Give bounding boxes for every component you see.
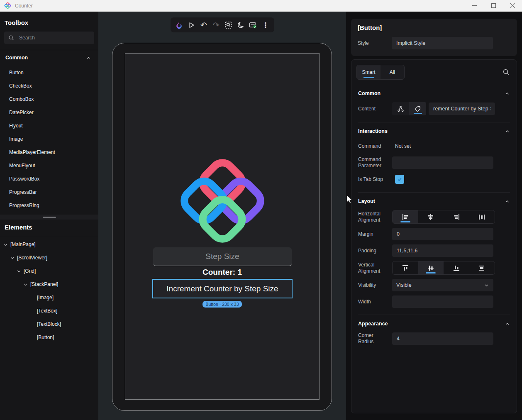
more-options-icon[interactable]: ⋮ (261, 20, 271, 30)
section-appearance-header[interactable]: Appearance (358, 319, 510, 328)
stretch-vertical-icon[interactable] (469, 261, 495, 274)
toolbox-item-datepicker[interactable]: DatePicker (0, 106, 98, 119)
horizontal-alignment-toggle (392, 210, 495, 224)
align-top-icon[interactable] (393, 261, 418, 274)
align-right-icon[interactable] (444, 210, 469, 223)
theme-moon-icon[interactable] (236, 20, 246, 30)
command-label: Command (358, 143, 392, 149)
command-value[interactable]: Not set (392, 143, 510, 149)
section-layout-header[interactable]: Layout (358, 197, 510, 206)
tree-item-button[interactable]: [Button] (0, 331, 98, 344)
design-canvas: ↶ ↷ ⋮ (98, 12, 346, 420)
align-center-horizontal-icon[interactable] (418, 210, 444, 223)
style-label: Style (358, 40, 392, 46)
padding-label: Padding (358, 248, 392, 254)
is-tab-stop-label: Is Tab Stop (358, 176, 392, 183)
chevron-up-icon (505, 129, 510, 134)
inspector-tabs: Smart All (351, 60, 517, 80)
validation-ok-icon[interactable] (248, 20, 258, 30)
padding-input[interactable] (392, 244, 493, 257)
toolbox-section-common[interactable]: Common (0, 50, 98, 65)
toolbox-item-flyout[interactable]: Flyout (0, 119, 98, 132)
toolbox-list: Button CheckBox ComboBox DatePicker Flyo… (0, 65, 98, 212)
property-inspector: [Button] Style Smart All Common (346, 12, 522, 420)
tag-icon[interactable] (409, 102, 426, 115)
increment-button[interactable]: Increment Counter by Step Size (152, 279, 293, 298)
splitter-handle (43, 217, 56, 218)
tab-all[interactable]: All (381, 65, 404, 79)
toolbox-search[interactable] (4, 32, 94, 44)
align-center-vertical-icon[interactable] (418, 261, 444, 274)
toolbox-item-button[interactable]: Button (0, 66, 98, 79)
chevron-up-icon (86, 55, 91, 61)
tree-item-grid[interactable]: [Grid] (0, 264, 98, 278)
selection-size-badge: Button - 230 x 33 (202, 301, 242, 308)
toolbox-item-image[interactable]: Image (0, 132, 98, 146)
redo-icon[interactable]: ↷ (211, 20, 221, 30)
search-icon (8, 35, 14, 41)
toolbox-search-input[interactable] (19, 35, 90, 41)
elements-tree: [MainPage] [ScrollViewer] [Grid] [StackP… (0, 236, 98, 344)
mouse-cursor (345, 194, 355, 204)
device-frame: Step Size Counter: 1 Increment Counter b… (112, 43, 332, 411)
maximize-button[interactable] (484, 0, 503, 11)
undo-icon[interactable]: ↶ (199, 20, 209, 30)
toolbox-title: Toolbox (0, 12, 98, 26)
toolbox-item-passwordbox[interactable]: PasswordBox (0, 172, 98, 186)
toolbox-item-menuflyout[interactable]: MenuFlyout (0, 159, 98, 172)
visibility-select[interactable]: Visible (392, 279, 493, 291)
tree-item-textbox[interactable]: [TextBox] (0, 304, 98, 317)
align-bottom-icon[interactable] (444, 261, 469, 274)
tree-item-textblock[interactable]: [TextBlock] (0, 317, 98, 331)
is-tab-stop-checkbox[interactable] (395, 175, 404, 184)
window-title: Counter (15, 3, 33, 9)
tree-item-stackpanel[interactable]: [StackPanel] (0, 278, 98, 291)
app-logo-image[interactable] (176, 155, 268, 247)
check-icon (397, 176, 402, 182)
app-logo-icon (4, 2, 11, 9)
section-common: Common Content (358, 85, 510, 117)
content-mode-toggle (392, 102, 426, 115)
section-common-header[interactable]: Common (358, 89, 510, 98)
width-input[interactable] (392, 295, 493, 308)
chevron-down-icon (16, 269, 22, 274)
margin-input[interactable] (392, 228, 493, 240)
command-parameter-input[interactable] (392, 156, 493, 169)
toolbox-item-checkbox[interactable]: CheckBox (0, 79, 98, 93)
section-appearance: Appearance Corner Radius (358, 315, 510, 347)
step-size-textbox[interactable]: Step Size (153, 247, 292, 266)
counter-textblock[interactable]: Counter: 1 (125, 268, 319, 277)
corner-radius-input[interactable] (392, 332, 493, 345)
command-parameter-label: Command Parameter (358, 156, 392, 169)
chevron-up-icon (505, 199, 510, 204)
tree-item-scrollviewer[interactable]: [ScrollViewer] (0, 251, 98, 264)
properties-search-icon[interactable] (502, 68, 510, 76)
elements-title: Elements (0, 220, 98, 231)
hot-design-flame-icon[interactable] (174, 20, 184, 30)
close-button[interactable] (503, 0, 522, 11)
tree-item-image[interactable]: [Image] (0, 291, 98, 304)
content-input[interactable] (429, 103, 495, 115)
chevron-down-icon (3, 242, 8, 247)
style-input[interactable] (392, 37, 493, 49)
zoom-selection-icon[interactable] (223, 20, 233, 30)
section-interactions-header[interactable]: Interactions (358, 127, 510, 136)
minimize-button[interactable] (465, 0, 484, 11)
window-titlebar: Counter (0, 0, 522, 12)
toolbox-item-combobox[interactable]: ComboBox (0, 93, 98, 106)
tab-smart[interactable]: Smart (357, 65, 381, 79)
play-icon[interactable] (186, 20, 196, 30)
align-left-icon[interactable] (393, 210, 418, 223)
panel-splitter[interactable] (0, 215, 98, 220)
toolbox-item-progressring[interactable]: ProgressRing (0, 199, 98, 212)
horizontal-alignment-label: Horizontal Alignment (358, 211, 392, 223)
selected-element-card: [Button] Style (351, 19, 517, 56)
content-label: Content (358, 106, 392, 112)
binding-icon[interactable] (392, 102, 409, 115)
toolbox-item-mediaplayerelement[interactable]: MediaPlayerElement (0, 146, 98, 159)
width-label: Width (358, 299, 392, 305)
toolbox-item-progressbar[interactable]: ProgressBar (0, 186, 98, 199)
stretch-horizontal-icon[interactable] (469, 210, 495, 223)
tree-item-mainpage[interactable]: [MainPage] (0, 238, 98, 251)
chevron-down-icon (484, 283, 489, 288)
